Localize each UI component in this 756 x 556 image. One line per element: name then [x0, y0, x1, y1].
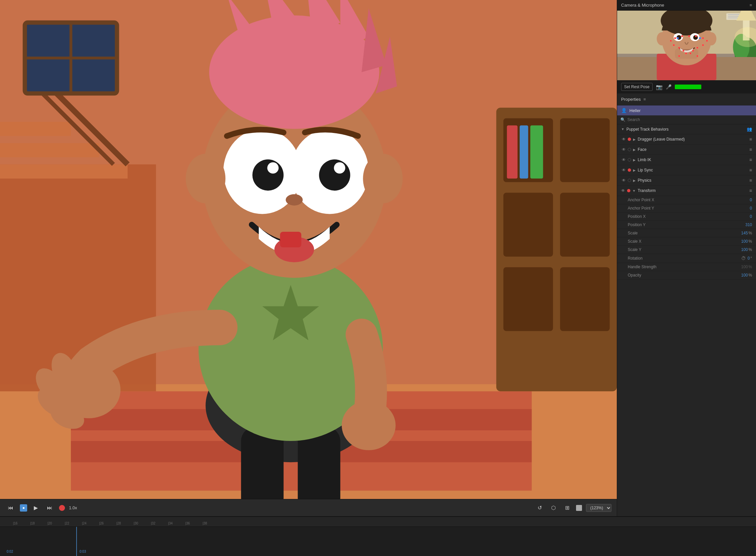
face-dot	[702, 37, 704, 39]
properties-header: Properties ≡	[617, 94, 756, 105]
property-label-rotation: Rotation	[628, 256, 741, 260]
eye-icon-dragger[interactable]: 👁	[622, 137, 626, 142]
play-button[interactable]: ▶	[31, 503, 40, 512]
behavior-name-limbik: Limb IK	[638, 158, 747, 162]
behavior-menu-dragger[interactable]: ≡	[749, 137, 752, 142]
timecode-1: 0:02	[7, 550, 79, 553]
ruler-mark-24: |24	[76, 522, 93, 525]
property-row-anchor-y: Anchor Point Y 0	[617, 204, 756, 212]
expand-arrow-physics[interactable]: ▶	[633, 179, 636, 182]
camera-title: Camera & Microphone	[621, 3, 664, 8]
property-unit-scale-y: %	[748, 247, 752, 252]
transform-section: 👁 ▼ Transform ≡ Anchor Point X 0 Anchor …	[617, 186, 756, 279]
expand-arrow-limbik[interactable]: ▶	[633, 158, 636, 162]
property-unit-opacity: %	[748, 273, 752, 278]
property-row-opacity: Opacity 100 %	[617, 271, 756, 279]
ruler-mark-16: |16	[7, 522, 24, 525]
transform-header: 👁 ▼ Transform ≡	[617, 186, 756, 196]
timecode-2: 0:03	[79, 550, 152, 553]
ruler-mark-38: |38	[196, 522, 213, 525]
timeline-ruler: |16 |18 |20 |22 |24 |26 |28 |30 |32 |34 …	[0, 517, 756, 527]
properties-title: Properties	[621, 97, 641, 102]
property-value-rotation[interactable]: 0	[748, 256, 750, 260]
behavior-row-physics: 👁 ▶ Physics ≡	[617, 175, 756, 186]
behavior-menu-face[interactable]: ≡	[749, 147, 752, 152]
cartoon-scene	[0, 0, 617, 499]
zoom-select[interactable]: (123%)	[586, 504, 611, 512]
color-picker[interactable]	[576, 505, 582, 511]
transform-menu[interactable]: ≡	[749, 188, 752, 193]
step-forward-button[interactable]: ⏭	[44, 503, 55, 512]
svg-rect-22	[507, 125, 517, 178]
ruler-mark-22: |22	[58, 522, 76, 525]
set-rest-pose-button[interactable]: Set Rest Pose	[621, 83, 653, 91]
property-value-pos-y[interactable]: 310	[745, 222, 752, 227]
expand-arrow-face[interactable]: ▶	[633, 148, 636, 151]
eye-icon-face[interactable]: 👁	[622, 147, 626, 152]
behavior-row-dragger: 👁 ▶ Dragger (Leave Disarmed) ≡	[617, 134, 756, 145]
svg-rect-7	[0, 143, 99, 158]
behavior-menu-lipsync[interactable]: ≡	[749, 167, 752, 173]
property-value-opacity[interactable]: 100	[741, 273, 748, 278]
ruler-mark-34: |34	[162, 522, 179, 525]
3d-button[interactable]: ⬡	[548, 503, 559, 512]
property-value-handle-strength[interactable]: 100	[741, 265, 748, 269]
transport-bar: ⏮ ■ ▶ ⏭ 1.0x ↺ ⬡ ⊞ (123%)	[0, 499, 617, 516]
refresh-button[interactable]: ↺	[535, 503, 545, 512]
face-dot-eye	[699, 37, 701, 39]
property-row-rotation: Rotation ⏱ 0 °	[617, 254, 756, 263]
search-input[interactable]	[627, 117, 753, 122]
eye-icon-limbik[interactable]: 👁	[622, 158, 626, 162]
property-row-scale-x: Scale X 100 %	[617, 237, 756, 246]
ruler-mark-28: |28	[110, 522, 127, 525]
camera-video	[617, 11, 756, 80]
svg-point-77	[657, 32, 668, 45]
expand-arrow-transform[interactable]: ▼	[633, 189, 636, 193]
audio-level-bar	[675, 84, 701, 89]
camera-feed	[617, 11, 756, 80]
speed-label: 1.0x	[69, 505, 77, 510]
ruler-mark-20: |20	[41, 522, 58, 525]
property-row-pos-y: Position Y 310	[617, 221, 756, 229]
face-dot	[688, 35, 690, 37]
property-value-pos-x[interactable]: 0	[750, 214, 752, 219]
behavior-name-physics: Physics	[638, 178, 747, 183]
eye-icon-physics[interactable]: 👁	[622, 178, 626, 183]
behavior-menu-physics[interactable]: ≡	[749, 178, 752, 183]
behavior-menu-limbik[interactable]: ≡	[749, 157, 752, 163]
property-value-scale-x[interactable]: 100	[741, 239, 748, 244]
puppet-name: Heller	[629, 108, 641, 113]
svg-rect-18	[503, 193, 553, 256]
property-value-anchor-y[interactable]: 0	[750, 206, 752, 211]
record-button[interactable]	[59, 505, 65, 511]
eye-icon-transform[interactable]: 👁	[621, 188, 625, 193]
behaviors-section-title: Puppet Track Behaviors	[626, 127, 669, 132]
properties-menu-icon[interactable]: ≡	[643, 97, 646, 102]
svg-point-47	[186, 154, 225, 204]
layout-button[interactable]: ⊞	[563, 503, 572, 512]
timeline-tracks[interactable]: 0:02 0:03	[0, 527, 756, 556]
rewind-button[interactable]: ⏮	[5, 503, 16, 512]
svg-rect-6	[0, 165, 128, 179]
property-value-scale-y[interactable]: 100	[741, 247, 748, 252]
camera-controls: Set Rest Pose 📷 🎤	[617, 80, 756, 94]
property-label-scale-x: Scale X	[628, 239, 741, 244]
expand-arrow-lipsync[interactable]: ▶	[633, 168, 636, 172]
behaviors-section-header: ▼ Puppet Track Behaviors 👥	[617, 124, 756, 134]
svg-point-78	[706, 32, 717, 45]
camera-menu-icon[interactable]: ≡	[749, 3, 752, 8]
stop-button[interactable]: ■	[20, 504, 27, 512]
svg-rect-21	[560, 267, 610, 331]
svg-point-41	[253, 160, 284, 190]
preview-panel: ⏮ ■ ▶ ⏭ 1.0x ↺ ⬡ ⊞ (123%)	[0, 0, 617, 516]
svg-rect-24	[530, 125, 543, 178]
property-value-anchor-x[interactable]: 0	[750, 198, 752, 202]
playhead[interactable]	[76, 527, 77, 556]
svg-rect-20	[503, 267, 553, 331]
eye-icon-lipsync[interactable]: 👁	[622, 168, 626, 172]
property-row-scale: Scale 145 %	[617, 229, 756, 237]
section-expand-icon[interactable]: ▼	[621, 127, 624, 131]
camera-panel: Camera & Microphone ≡	[617, 0, 756, 94]
property-value-scale[interactable]: 145	[741, 231, 748, 235]
expand-arrow-dragger[interactable]: ▶	[633, 138, 636, 141]
